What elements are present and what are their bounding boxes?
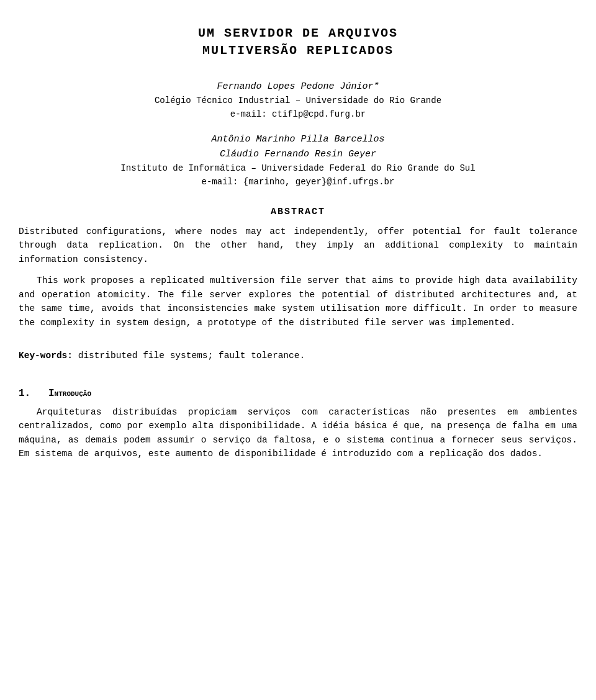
author-1-name: Fernando Lopes Pedone Júnior*	[19, 79, 577, 94]
keywords-label: Key-words:	[19, 351, 73, 361]
author-2-name: Antônio Marinho Pilla Barcellos	[19, 132, 577, 147]
author-1-email: e-mail: ctiflp@cpd.furg.br	[19, 107, 577, 121]
title-line2: MULTIVERSÃO REPLICADOS	[19, 42, 577, 60]
keywords-text: distributed file systems; fault toleranc…	[78, 351, 305, 361]
abstract-title: ABSTRACT	[19, 207, 577, 217]
abstract-section: ABSTRACT Distributed configurations, whe…	[19, 207, 577, 330]
author-2-email: e-mail: {marinho, geyer}@inf.ufrgs.br	[19, 175, 577, 189]
page-title: UM SERVIDOR DE ARQUIVOS MULTIVERSÃO REPL…	[19, 25, 577, 60]
section-1-title: Introdução	[48, 388, 91, 399]
section-1: 1. Introdução Arquiteturas distribuídas …	[19, 388, 577, 461]
section-1-text: Arquiteturas distribuídas propiciam serv…	[19, 405, 577, 461]
title-line1: UM SERVIDOR DE ARQUIVOS	[19, 25, 577, 42]
abstract-text: Distributed configurations, where nodes …	[19, 225, 577, 330]
author-2: Antônio Marinho Pilla Barcellos Cláudio …	[19, 132, 577, 189]
abstract-paragraph-2: This work proposes a replicated multiver…	[19, 274, 577, 330]
author-1-affiliation: Colégio Técnico Industrial – Universidad…	[19, 94, 577, 107]
title-block: UM SERVIDOR DE ARQUIVOS MULTIVERSÃO REPL…	[19, 25, 577, 60]
page: UM SERVIDOR DE ARQUIVOS MULTIVERSÃO REPL…	[19, 25, 577, 467]
section-1-paragraph-1: Arquiteturas distribuídas propiciam serv…	[19, 405, 577, 461]
section-1-header: 1. Introdução	[19, 388, 577, 399]
abstract-paragraph-1: Distributed configurations, where nodes …	[19, 225, 577, 266]
author-1: Fernando Lopes Pedone Júnior* Colégio Té…	[19, 79, 577, 121]
author-2-name2: Cláudio Fernando Resin Geyer	[19, 147, 577, 162]
authors-block: Fernando Lopes Pedone Júnior* Colégio Té…	[19, 79, 577, 189]
section-1-number: 1.	[19, 388, 30, 399]
keywords-block: Key-words: distributed file systems; fau…	[19, 349, 577, 363]
author-2-affiliation: Instituto de Informática – Universidade …	[19, 162, 577, 175]
